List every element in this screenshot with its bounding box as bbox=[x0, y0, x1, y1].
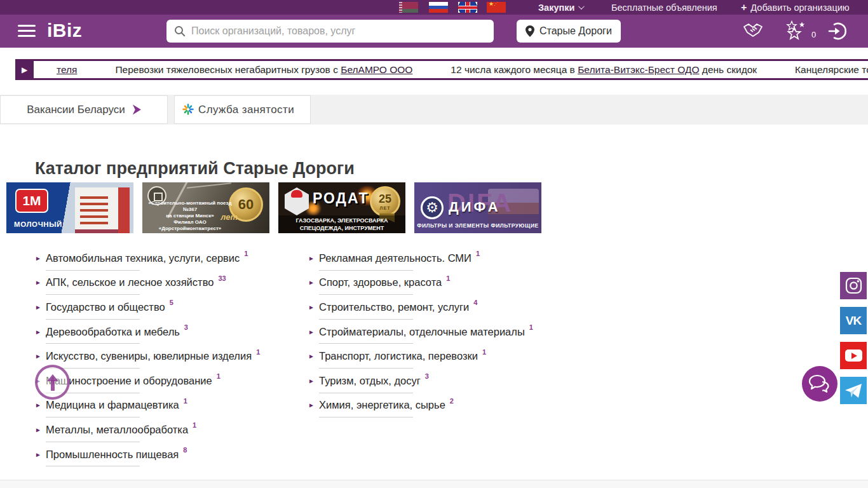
bullet-icon: ► bbox=[35, 329, 46, 336]
category-link[interactable]: ► Промышленность пищевая 8 bbox=[35, 442, 308, 467]
free-ads-label: Бесплатные объявления bbox=[611, 3, 717, 13]
category-count: 1 bbox=[446, 274, 450, 282]
site-logo[interactable]: iBiz bbox=[47, 20, 82, 41]
youtube-icon[interactable] bbox=[840, 342, 867, 369]
site-header: iBiz Старые Дороги bbox=[0, 15, 868, 48]
page-title: Каталог предприятий Старые Дороги bbox=[35, 159, 868, 179]
partners-handshake-icon[interactable] bbox=[742, 22, 764, 43]
category-count: 1 bbox=[193, 421, 196, 429]
category-link[interactable]: ► Государство и общество 5 bbox=[35, 295, 308, 320]
ticker-link[interactable]: БелАМРО ООО bbox=[341, 64, 412, 75]
arrow-right-icon bbox=[133, 105, 141, 115]
ticker-link[interactable]: Белита-Витэкс-Брест ОДО bbox=[578, 64, 699, 75]
bullet-icon: ► bbox=[35, 353, 46, 360]
ticker-link[interactable]: теля bbox=[57, 64, 77, 75]
ticker-text: Перевозки тяжеловесных негабаритных груз… bbox=[115, 64, 341, 75]
telegram-icon[interactable] bbox=[840, 377, 867, 404]
employment-label: Служба занятости bbox=[198, 104, 294, 116]
category-link[interactable]: ► Деревообработка и мебель 3 bbox=[35, 320, 308, 344]
bullet-icon: ► bbox=[308, 377, 319, 384]
ticker-item: 12 числа каждого месяца в Белита-Витэкс-… bbox=[451, 64, 757, 76]
banner-logo: 1М bbox=[15, 189, 48, 213]
category-count: 3 bbox=[184, 323, 188, 331]
location-pin-icon bbox=[526, 25, 534, 37]
location-selector[interactable]: Старые Дороги bbox=[517, 20, 621, 43]
banner-row: 1М МОЛОЧНЫЙ 60 лет «Строительно-монтажны… bbox=[6, 182, 868, 233]
category-link[interactable]: ► Стройматериалы, отделочные материалы 1 bbox=[308, 320, 581, 344]
banner-text: «Строительно-монтажный поезд №367 на ста… bbox=[142, 200, 238, 232]
uk-flag-icon[interactable] bbox=[458, 2, 477, 13]
category-count: 1 bbox=[476, 250, 480, 257]
divider bbox=[46, 466, 140, 466]
bullet-icon: ► bbox=[308, 279, 319, 286]
category-count: 5 bbox=[170, 299, 173, 306]
banner-difa[interactable]: DIFA ⚙ ДИФА ФИЛЬТРЫ И ЭЛЕМЕНТЫ ФИЛЬТРУЮЩ… bbox=[414, 182, 541, 233]
bullet-icon: ► bbox=[308, 304, 319, 311]
belarus-flag-icon[interactable] bbox=[399, 2, 418, 13]
china-flag-icon[interactable] bbox=[487, 2, 506, 13]
category-link[interactable]: ► Рекламная деятельность. СМИ 1 bbox=[308, 246, 581, 271]
stars-icon bbox=[785, 20, 810, 41]
building-image bbox=[75, 187, 130, 233]
ticker-item: теля bbox=[57, 64, 77, 76]
banner-molochny[interactable]: 1М МОЛОЧНЫЙ bbox=[6, 182, 133, 233]
login-icon[interactable] bbox=[828, 22, 847, 43]
bullet-icon: ► bbox=[35, 304, 46, 311]
category-link[interactable]: ► Автомобильная техника, услуги, сервис … bbox=[35, 246, 308, 271]
bullet-icon: ► bbox=[35, 255, 46, 262]
category-link[interactable]: ► Металлы, металлообработка 1 bbox=[35, 417, 308, 442]
vacancies-label: Вакансии Беларуси bbox=[27, 104, 125, 116]
category-catalog: ► Автомобильная техника, услуги, сервис … bbox=[35, 246, 868, 466]
category-link[interactable]: ► Спорт, здоровье, красота 1 bbox=[308, 271, 581, 295]
ticker-text: Канцелярские то bbox=[795, 64, 868, 75]
bullet-icon: ► bbox=[35, 402, 46, 409]
ticker-play-icon[interactable]: ▶ bbox=[15, 61, 34, 78]
search-input[interactable] bbox=[191, 25, 486, 37]
employment-service-button[interactable]: Служба занятости bbox=[174, 95, 311, 124]
footer-strip bbox=[0, 480, 868, 488]
chat-button[interactable] bbox=[802, 366, 837, 402]
divider bbox=[319, 417, 413, 417]
plus-icon: + bbox=[741, 2, 747, 13]
add-organization-link[interactable]: + Добавить организацию bbox=[741, 0, 850, 15]
category-count: 33 bbox=[218, 274, 226, 282]
favorites-button[interactable]: 0 bbox=[785, 20, 816, 41]
catalog-right-column: ► Рекламная деятельность. СМИ 1 ► Спорт,… bbox=[308, 246, 581, 466]
chat-bubbles-icon bbox=[808, 374, 831, 393]
banner-smp367[interactable]: 60 лет «Строительно-монтажный поезд №367… bbox=[142, 182, 269, 233]
vk-icon[interactable]: VK bbox=[840, 307, 867, 334]
category-link[interactable]: ► Транспорт, логистика, перевозки 1 bbox=[308, 344, 581, 369]
free-ads-link[interactable]: Бесплатные объявления bbox=[611, 0, 717, 15]
category-link[interactable]: ► Искусство, сувениры, ювелирные изделия… bbox=[35, 344, 308, 369]
category-count: 1 bbox=[244, 250, 248, 257]
purchases-label: Закупки bbox=[538, 3, 574, 13]
category-link[interactable]: ► Машиностроение и оборудование 1 bbox=[35, 369, 308, 393]
category-link[interactable]: ► Строительство, ремонт, услуги 4 bbox=[308, 295, 581, 320]
add-organization-label: Добавить организацию bbox=[750, 3, 849, 13]
russia-flag-icon[interactable] bbox=[429, 2, 448, 13]
category-count: 1 bbox=[482, 348, 486, 356]
instagram-icon[interactable] bbox=[840, 272, 867, 299]
category-count: 1 bbox=[184, 397, 187, 405]
category-count: 8 bbox=[183, 446, 187, 454]
banner-title: ДИФА bbox=[449, 199, 501, 215]
bullet-icon: ► bbox=[308, 402, 319, 409]
banner-title: РОДАТ bbox=[313, 190, 369, 207]
scroll-to-top-button[interactable] bbox=[35, 365, 70, 400]
banner-rodat[interactable]: РОДАТ 25ЛЕТ ГАЗОСВАРКА, ЭЛЕКТРОСВАРКА СП… bbox=[278, 182, 405, 233]
bullet-icon: ► bbox=[35, 451, 46, 458]
banner-text: ГАЗОСВАРКА, ЭЛЕКТРОСВАРКА СПЕЦОДЕЖДА, ИН… bbox=[278, 215, 405, 233]
ticker-item: Канцелярские то bbox=[795, 64, 868, 76]
category-count: 4 bbox=[473, 299, 477, 306]
category-link[interactable]: ► Медицина и фармацевтика 1 bbox=[35, 393, 308, 418]
search-icon bbox=[174, 25, 186, 37]
category-link[interactable]: ► Туризм, отдых, досуг 3 bbox=[308, 369, 581, 393]
category-count: 1 bbox=[217, 372, 220, 380]
purchases-menu[interactable]: Закупки bbox=[538, 0, 583, 15]
bullet-icon: ► bbox=[308, 353, 319, 360]
banner-text: ФИЛЬТРЫ И ЭЛЕМЕНТЫ ФИЛЬТРУЮЩИЕ bbox=[414, 222, 541, 229]
vacancies-button[interactable]: Вакансии Беларуси bbox=[0, 95, 168, 124]
menu-hamburger-icon[interactable] bbox=[18, 25, 36, 37]
category-link[interactable]: ► Химия, энергетика, сырье 2 bbox=[308, 393, 581, 418]
category-link[interactable]: ► АПК, сельское и лесное хозяйство 33 bbox=[35, 271, 308, 295]
